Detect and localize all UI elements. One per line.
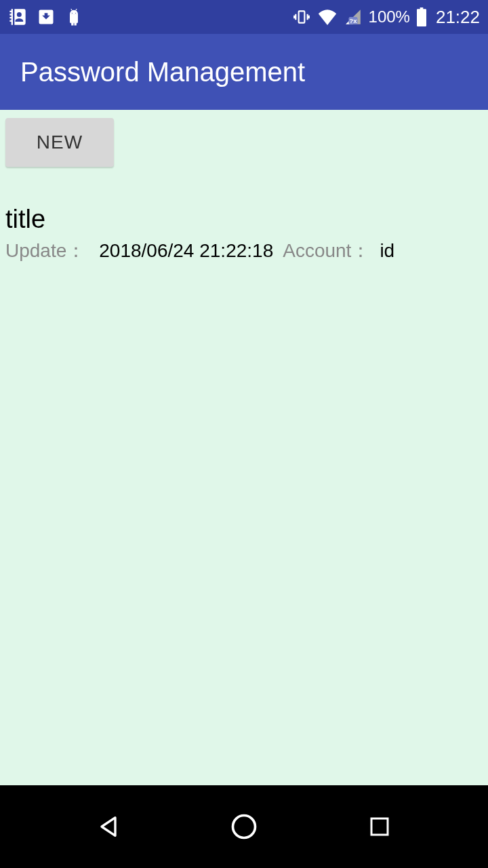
- svg-rect-0: [298, 11, 304, 22]
- home-button[interactable]: [224, 806, 264, 847]
- vibrate-icon: [291, 8, 312, 26]
- status-right: ?x 100% 21:22: [291, 7, 480, 28]
- item-meta: Update： 2018/06/24 21:22:18 Account： id: [5, 238, 483, 264]
- clock: 21:22: [436, 7, 480, 28]
- status-bar: ?x 100% 21:22: [0, 0, 488, 34]
- update-label: Update：: [5, 238, 85, 264]
- account-label: Account：: [283, 238, 370, 264]
- android-icon: [65, 6, 83, 28]
- app-bar: Password Management: [0, 34, 488, 110]
- main-content: NEW title Update： 2018/06/24 21:22:18 Ac…: [0, 110, 488, 785]
- password-list-item[interactable]: title Update： 2018/06/24 21:22:18 Accoun…: [5, 205, 483, 264]
- status-left: [8, 6, 83, 28]
- svg-text:?x: ?x: [349, 17, 357, 24]
- battery-percentage: 100%: [369, 7, 410, 26]
- update-value: 2018/06/24 21:22:18: [99, 240, 273, 262]
- back-button[interactable]: [88, 806, 129, 847]
- account-value: id: [380, 240, 394, 262]
- contacts-icon: [8, 7, 27, 27]
- page-title: Password Management: [20, 57, 305, 87]
- svg-point-3: [233, 816, 256, 838]
- svg-rect-4: [371, 818, 388, 835]
- signal-icon: ?x: [343, 8, 363, 26]
- recent-apps-button[interactable]: [359, 806, 400, 847]
- battery-icon: [415, 7, 428, 26]
- nav-bar: [0, 785, 488, 868]
- wifi-icon: [317, 9, 338, 25]
- new-button[interactable]: NEW: [5, 118, 114, 167]
- item-title: title: [5, 205, 483, 234]
- share-icon: [37, 7, 56, 27]
